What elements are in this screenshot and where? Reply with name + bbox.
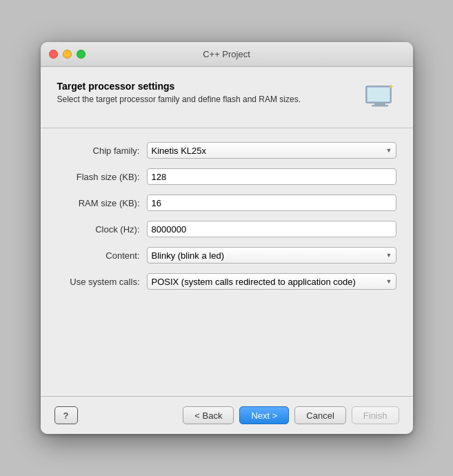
back-button[interactable]: < Back: [183, 406, 234, 424]
bottom-left: ?: [54, 406, 78, 424]
clock-input[interactable]: [147, 221, 396, 237]
system-calls-control: POSIX (system calls redirected to applic…: [147, 273, 396, 290]
traffic-lights: [49, 50, 85, 59]
window-title: C++ Project: [203, 49, 250, 59]
minimize-button[interactable]: [63, 50, 72, 59]
finish-button: Finish: [352, 406, 399, 424]
maximize-button[interactable]: [77, 50, 85, 59]
system-calls-row: Use system calls: POSIX (system calls re…: [57, 273, 396, 290]
content-label: Content:: [57, 250, 147, 261]
form-area: Chip family: Kinetis KL25x Kinetis KL05x…: [57, 142, 396, 290]
ram-size-control: [147, 195, 396, 211]
window: C++ Project Target processor settings Se…: [41, 42, 413, 434]
help-button[interactable]: ?: [54, 406, 78, 424]
header-text: Target processor settings Select the tar…: [57, 81, 301, 104]
chip-family-control: Kinetis KL25x Kinetis KL05x Kinetis KL46…: [147, 142, 396, 159]
content-area: Target processor settings Select the tar…: [41, 67, 413, 396]
svg-rect-2: [374, 103, 385, 105]
svg-rect-1: [368, 88, 390, 101]
svg-rect-3: [372, 105, 388, 107]
content-select[interactable]: Blinky (blink a led) Empty project Hello…: [147, 247, 396, 264]
system-calls-select-wrapper: POSIX (system calls redirected to applic…: [147, 273, 396, 290]
bottom-buttons: < Back Next > Cancel Finish: [183, 406, 399, 424]
chip-family-select-wrapper: Kinetis KL25x Kinetis KL05x Kinetis KL46…: [147, 142, 396, 159]
flash-size-label: Flash size (KB):: [57, 172, 147, 182]
clock-control: [147, 221, 396, 237]
close-button[interactable]: [49, 50, 58, 59]
chip-family-select[interactable]: Kinetis KL25x Kinetis KL05x Kinetis KL46…: [147, 142, 396, 159]
system-calls-select[interactable]: POSIX (system calls redirected to applic…: [147, 273, 396, 290]
flash-size-input[interactable]: [147, 168, 396, 185]
content-select-wrapper: Blinky (blink a led) Empty project Hello…: [147, 247, 396, 264]
flash-size-row: Flash size (KB):: [57, 168, 396, 185]
flash-size-control: [147, 168, 396, 185]
divider: [41, 128, 413, 128]
ram-size-input[interactable]: [147, 195, 396, 211]
system-calls-label: Use system calls:: [57, 277, 147, 287]
titlebar: C++ Project: [41, 42, 413, 67]
chip-family-row: Chip family: Kinetis KL25x Kinetis KL05x…: [57, 142, 396, 159]
page-heading: Target processor settings: [57, 81, 301, 92]
ram-size-label: RAM size (KB):: [57, 198, 147, 208]
spacer: [57, 299, 396, 382]
cancel-button[interactable]: Cancel: [294, 406, 345, 424]
header-icon: ✦: [363, 81, 396, 114]
chip-family-label: Chip family:: [57, 146, 147, 156]
content-row: Content: Blinky (blink a led) Empty proj…: [57, 247, 396, 264]
next-button[interactable]: Next >: [239, 406, 289, 424]
page-description: Select the target processor family and d…: [57, 95, 301, 104]
content-control: Blinky (blink a led) Empty project Hello…: [147, 247, 396, 264]
svg-text:✦: ✦: [388, 83, 394, 90]
bottom-bar: ? < Back Next > Cancel Finish: [41, 396, 413, 434]
ram-size-row: RAM size (KB):: [57, 195, 396, 211]
clock-label: Clock (Hz):: [57, 224, 147, 235]
clock-row: Clock (Hz):: [57, 221, 396, 237]
header-section: Target processor settings Select the tar…: [57, 81, 396, 114]
